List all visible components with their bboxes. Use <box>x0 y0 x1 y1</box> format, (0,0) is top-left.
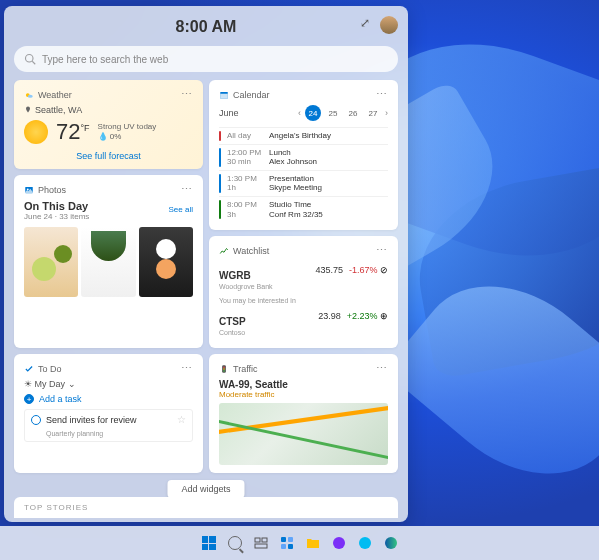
star-icon[interactable]: ☆ <box>177 414 186 425</box>
weather-precip: 💧 0% <box>98 132 157 142</box>
card-title: Traffic <box>233 364 258 374</box>
add-task[interactable]: + Add a task <box>24 389 193 409</box>
day-picker[interactable]: ‹ 24 25 26 27 › <box>298 105 388 121</box>
photos-icon <box>24 185 34 195</box>
svg-point-9 <box>223 366 225 368</box>
svg-rect-18 <box>288 544 293 549</box>
top-stories-header[interactable]: TOP STORIES <box>14 497 398 518</box>
search-placeholder: Type here to search the web <box>42 54 168 65</box>
watchlist-note: You may be interested in <box>219 297 388 304</box>
svg-point-20 <box>359 537 371 549</box>
more-icon[interactable]: ⋯ <box>181 183 193 196</box>
calendar-day[interactable]: 27 <box>365 105 381 121</box>
traffic-widget[interactable]: Traffic ⋯ WA-99, Seattle Moderate traffi… <box>209 354 398 473</box>
plus-icon: + <box>24 394 34 404</box>
traffic-map[interactable] <box>219 403 388 465</box>
expand-icon[interactable]: ⤢ <box>360 16 370 30</box>
svg-point-10 <box>223 368 225 370</box>
forecast-link[interactable]: See full forecast <box>24 151 193 161</box>
svg-rect-13 <box>262 538 267 542</box>
more-icon[interactable]: ⋯ <box>181 362 193 375</box>
watchlist-widget[interactable]: Watchlist ⋯ WGRB 435.75-1.67% ⊘ Woodgrov… <box>209 236 398 348</box>
traffic-icon <box>219 364 229 374</box>
prev-icon[interactable]: ‹ <box>298 108 301 118</box>
calendar-event[interactable]: All dayAngela's Birthday <box>219 127 388 144</box>
month-label: June <box>219 108 239 118</box>
more-icon[interactable]: ⋯ <box>376 88 388 101</box>
card-title: Photos <box>38 185 66 195</box>
widgets-panel: 8:00 AM ⤢ Type here to search the web We… <box>4 6 408 522</box>
svg-rect-15 <box>281 537 286 542</box>
see-all-link[interactable]: See all <box>169 205 193 214</box>
weather-icon <box>24 90 34 100</box>
clock-time: 8:00 AM <box>176 18 237 36</box>
chart-icon <box>219 246 229 256</box>
card-title: Calendar <box>233 90 270 100</box>
calendar-icon <box>219 90 229 100</box>
search-box[interactable]: Type here to search the web <box>14 46 398 72</box>
checkbox-icon[interactable] <box>31 415 41 425</box>
photo-thumbnail[interactable] <box>139 227 193 297</box>
calendar-day[interactable]: 25 <box>325 105 341 121</box>
edge-button[interactable] <box>380 532 402 554</box>
next-icon[interactable]: › <box>385 108 388 118</box>
traffic-status: Moderate traffic <box>219 390 388 399</box>
svg-line-1 <box>32 61 35 64</box>
pin-icon <box>24 106 32 114</box>
calendar-event[interactable]: 1:30 PM1hPresentationSkype Meeting <box>219 170 388 196</box>
search-button[interactable] <box>224 532 246 554</box>
add-widgets-button[interactable]: Add widgets <box>167 480 244 498</box>
stock-row[interactable]: WGRB 435.75-1.67% ⊘ Woodgrove Bank <box>219 261 388 294</box>
temperature: 72°F <box>56 119 90 145</box>
app-button[interactable] <box>328 532 350 554</box>
svg-point-11 <box>223 370 225 372</box>
more-icon[interactable]: ⋯ <box>376 362 388 375</box>
svg-rect-16 <box>288 537 293 542</box>
calendar-widget[interactable]: Calendar ⋯ June ‹ 24 25 26 27 › All dayA… <box>209 80 398 230</box>
check-icon <box>24 364 34 374</box>
card-title: Watchlist <box>233 246 269 256</box>
more-icon[interactable]: ⋯ <box>181 88 193 101</box>
stock-row[interactable]: CTSP 23.98+2.23% ⊕ Contoso <box>219 307 388 340</box>
app-button[interactable] <box>354 532 376 554</box>
explorer-button[interactable] <box>302 532 324 554</box>
photos-widget[interactable]: Photos ⋯ On This Day June 24 · 33 items … <box>14 175 203 348</box>
calendar-event[interactable]: 8:00 PM3hStudio TimeConf Rm 32/35 <box>219 196 388 222</box>
svg-point-3 <box>28 94 33 97</box>
taskbar <box>0 526 599 560</box>
card-title: Weather <box>38 90 72 100</box>
start-button[interactable] <box>198 532 220 554</box>
more-icon[interactable]: ⋯ <box>376 244 388 257</box>
task-item[interactable]: Send invites for review ☆ Quarterly plan… <box>24 409 193 442</box>
weather-widget[interactable]: Weather ⋯ Seattle, WA 72°F Strong UV tod… <box>14 80 203 169</box>
task-view-button[interactable] <box>250 532 272 554</box>
todo-widget[interactable]: To Do ⋯ ☀ My Day ⌄ + Add a task Send inv… <box>14 354 203 473</box>
widgets-button[interactable] <box>276 532 298 554</box>
calendar-day[interactable]: 26 <box>345 105 361 121</box>
calendar-day[interactable]: 24 <box>305 105 321 121</box>
calendar-event[interactable]: 12:00 PM30 minLunchAlex Johnson <box>219 144 388 170</box>
weather-location: Seattle, WA <box>24 105 193 115</box>
list-name[interactable]: ☀ My Day ⌄ <box>24 379 193 389</box>
search-icon <box>24 53 36 65</box>
route-name: WA-99, Seattle <box>219 379 388 390</box>
weather-condition: Strong UV today <box>98 122 157 132</box>
photo-thumbnail[interactable] <box>24 227 78 297</box>
svg-point-19 <box>333 537 345 549</box>
svg-rect-17 <box>281 544 286 549</box>
sun-icon <box>24 120 48 144</box>
photo-thumbnail[interactable] <box>81 227 135 297</box>
svg-point-21 <box>385 537 397 549</box>
svg-rect-5 <box>220 93 228 98</box>
svg-point-0 <box>26 55 34 63</box>
user-avatar[interactable] <box>380 16 398 34</box>
card-title: To Do <box>38 364 62 374</box>
svg-rect-14 <box>255 544 267 548</box>
svg-rect-12 <box>255 538 260 542</box>
